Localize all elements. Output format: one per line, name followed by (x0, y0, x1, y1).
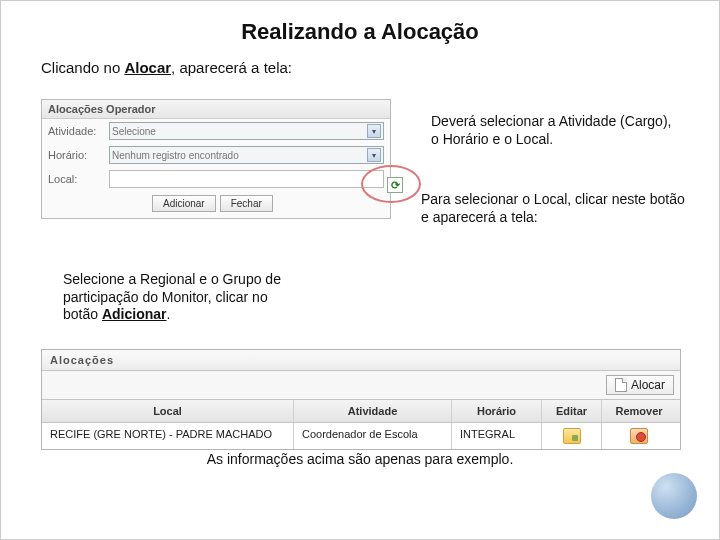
table-title: Alocações (42, 350, 680, 371)
edit-icon[interactable] (563, 428, 581, 444)
callout-local-button: Para selecionar o Local, clicar neste bo… (421, 191, 691, 226)
intro-bold: Alocar (124, 59, 171, 76)
highlight-ellipse (361, 165, 421, 203)
chevron-down-icon: ▾ (367, 148, 381, 162)
atividade-value: Selecione (112, 126, 156, 137)
footnote: As informações acima são apenas para exe… (1, 451, 719, 467)
alocacoes-operador-panel: Alocações Operador Atividade: Selecione … (41, 99, 391, 219)
atividade-select[interactable]: Selecione ▾ (109, 122, 384, 140)
alocacoes-table: Alocações Alocar Local Atividade Horário… (41, 349, 681, 450)
label-atividade: Atividade: (48, 125, 103, 137)
label-local: Local: (48, 173, 103, 185)
delete-icon[interactable] (630, 428, 648, 444)
callout-select-fields: Deverá selecionar a Atividade (Cargo), o… (431, 113, 681, 148)
horario-value: Nenhum registro encontrado (112, 150, 239, 161)
th-editar: Editar (542, 400, 602, 422)
panel-header: Alocações Operador (42, 100, 390, 119)
table-row: RECIFE (GRE NORTE) - PADRE MACHADO Coord… (42, 423, 680, 449)
td-editar (542, 423, 602, 449)
th-atividade: Atividade (294, 400, 452, 422)
intro-line: Clicando no Alocar, aparecerá a tela: (41, 59, 719, 76)
fechar-button[interactable]: Fechar (220, 195, 273, 212)
c3-pre: Selecione a Regional e o Grupo de partic… (63, 271, 281, 322)
intro-pre: Clicando no (41, 59, 124, 76)
c3-post: . (167, 306, 171, 322)
td-remover (602, 423, 676, 449)
chevron-down-icon: ▾ (367, 124, 381, 138)
table-header-row: Local Atividade Horário Editar Remover (42, 400, 680, 423)
decorative-sphere-icon (651, 473, 697, 519)
th-remover: Remover (602, 400, 676, 422)
intro-post: , aparecerá a tela: (171, 59, 292, 76)
td-horario: INTEGRAL (452, 423, 542, 449)
label-horario: Horário: (48, 149, 103, 161)
th-local: Local (42, 400, 294, 422)
page-title: Realizando a Alocação (1, 19, 719, 45)
c3-bold: Adicionar (102, 306, 167, 322)
document-icon (615, 378, 627, 392)
td-local: RECIFE (GRE NORTE) - PADRE MACHADO (42, 423, 294, 449)
alocar-button[interactable]: Alocar (606, 375, 674, 395)
alocar-label: Alocar (631, 378, 665, 392)
callout-regional: Selecione a Regional e o Grupo de partic… (63, 271, 303, 324)
adicionar-button[interactable]: Adicionar (152, 195, 216, 212)
horario-select[interactable]: Nenhum registro encontrado ▾ (109, 146, 384, 164)
td-atividade: Coordenador de Escola (294, 423, 452, 449)
th-horario: Horário (452, 400, 542, 422)
local-input[interactable] (109, 170, 384, 188)
